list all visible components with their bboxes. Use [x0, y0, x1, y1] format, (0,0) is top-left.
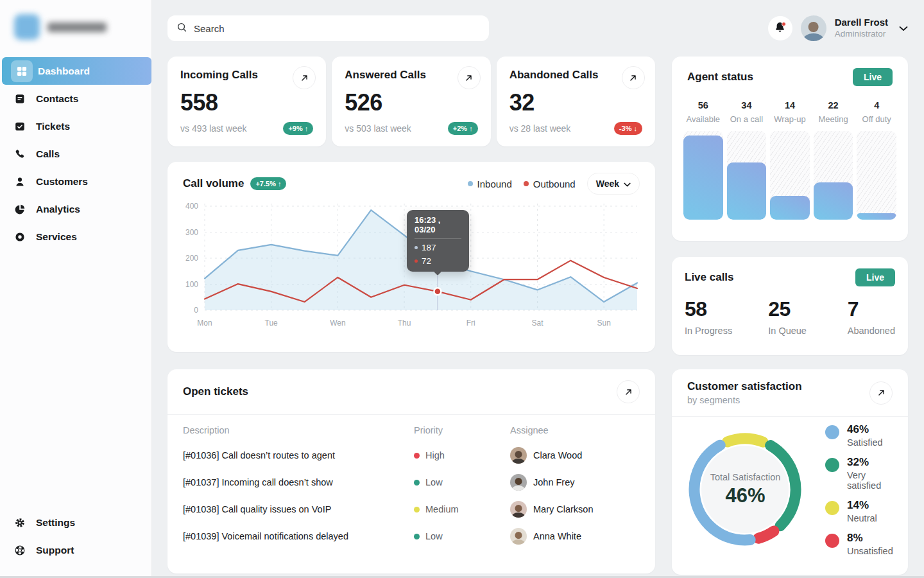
svg-text:Sun: Sun	[597, 319, 610, 328]
agent-status-column-off-duty: 4 Off duty	[857, 100, 896, 220]
agent-status-column-on-a-call: 34 On a call	[727, 100, 767, 220]
ticket-row[interactable]: [#01037] Incoming call doesn’t show Low …	[183, 469, 640, 496]
tooltip-outbound-value: 72	[422, 256, 431, 266]
legend-dot	[468, 181, 473, 186]
ticket-row[interactable]: [#01039] Voicemail notifications delayed…	[183, 523, 640, 550]
column-header-description: Description	[183, 425, 414, 435]
user-avatar[interactable]	[801, 15, 826, 41]
column-header-priority: Priority	[414, 425, 510, 435]
notifications-button[interactable]	[768, 16, 792, 40]
range-select-value: Week	[596, 179, 619, 189]
customer-satisfaction-subtitle: by segments	[687, 395, 802, 405]
live-stat: 58 In Progress	[685, 297, 768, 336]
donut-center-value: 46%	[725, 484, 765, 507]
sidebar-item-dashboard[interactable]: Dashboard	[2, 57, 151, 85]
satisfaction-legend-item: 46% Satisfied	[825, 423, 899, 448]
customer-satisfaction-body: Total Satisfaction 46% 46% Satisfied 32%…	[672, 417, 908, 556]
ticket-row[interactable]: [#01036] Call doesn’t routes to agent Hi…	[183, 442, 640, 469]
sidebar-item-analytics[interactable]: Analytics	[0, 195, 151, 223]
agent-status-label: Meeting	[814, 114, 853, 124]
table-body: [#01036] Call doesn’t routes to agent Hi…	[183, 442, 640, 550]
sidebar-item-label: Customers	[36, 176, 88, 188]
notification-dot	[782, 22, 786, 26]
brand-logo-text	[47, 22, 107, 32]
range-select[interactable]: Week	[587, 173, 640, 195]
agent-bar	[814, 182, 853, 220]
tickets-icon	[9, 116, 31, 137]
priority-dot	[414, 453, 420, 459]
segment-label: Unsatisfied	[847, 546, 893, 556]
open-tickets-card: Open tickets Description Priority Assign…	[167, 369, 655, 574]
customer-satisfaction-header: Customer satisfaction by segments	[672, 369, 908, 417]
kpi-trend-badge: +2% ↑	[448, 122, 478, 135]
live-stat-value: 58	[685, 297, 768, 321]
search-box[interactable]	[167, 15, 489, 41]
live-calls-card: Live calls Live 58 In Progress 25 In Que…	[672, 257, 908, 355]
agent-status-title: Agent status	[687, 71, 753, 83]
legend-item-inbound[interactable]: Inbound	[468, 179, 512, 189]
agent-bar-track	[857, 131, 896, 220]
live-stat: 7 Abandoned	[848, 297, 895, 336]
customer-satisfaction-expand-button[interactable]	[869, 381, 893, 405]
user-name: Darell Frost	[835, 17, 888, 29]
segment-label: Neutral	[847, 513, 877, 523]
dashboard-content: Incoming Calls 558 vs 493 last week +9% …	[167, 57, 908, 575]
live-calls-stats: 58 In Progress 25 In Queue 7 Abandoned	[685, 297, 895, 336]
sidebar-item-customers[interactable]: Customers	[0, 168, 151, 195]
agent-count: 4	[857, 100, 896, 110]
svg-text:Fri: Fri	[466, 319, 475, 328]
svg-text:0: 0	[194, 306, 198, 315]
kpi-expand-button[interactable]	[293, 66, 316, 89]
kpi-value: 558	[180, 89, 313, 116]
agent-status-label: Wrap-up	[770, 114, 810, 124]
kpi-expand-button[interactable]	[458, 66, 481, 89]
tooltip-inbound-dot	[415, 246, 418, 249]
satisfaction-legend-item: 14% Neutral	[825, 499, 899, 523]
user-meta: Darell Frost Administrator	[835, 17, 888, 40]
sidebar-item-label: Support	[36, 545, 74, 556]
sidebar-item-calls[interactable]: Calls	[0, 140, 151, 168]
user-menu-chevron-down-icon[interactable]	[899, 26, 908, 31]
topbar: Darell Frost Administrator	[167, 15, 908, 41]
agent-bar-track	[770, 131, 810, 220]
sidebar-item-tickets[interactable]: Tickets	[0, 112, 151, 140]
agent-status-bars: 56 Available 34 On a call 14 Wrap-up 22 …	[683, 100, 896, 220]
agent-bar-track	[727, 131, 767, 220]
sidebar-item-support[interactable]: Support	[0, 536, 151, 564]
agent-status-label: Available	[683, 114, 723, 124]
kpi-row: Incoming Calls 558 vs 493 last week +9% …	[167, 57, 655, 146]
agent-bar-track	[683, 131, 723, 220]
legend-dot	[825, 458, 839, 472]
open-tickets-table: Description Priority Assignee [#01036] C…	[167, 415, 655, 550]
svg-text:Thu: Thu	[398, 319, 411, 328]
kpi-card-abandoned-calls: Abandoned Calls 32 vs 28 last week -3% ↓	[497, 57, 655, 146]
legend-item-outbound[interactable]: Outbound	[524, 179, 576, 189]
sidebar-item-settings[interactable]: Settings	[0, 509, 151, 536]
ticket-priority: Low	[425, 531, 443, 541]
svg-text:300: 300	[185, 228, 198, 237]
open-tickets-expand-button[interactable]	[617, 380, 640, 403]
services-icon	[9, 226, 31, 248]
assignee-avatar	[510, 528, 527, 545]
assignee-avatar	[510, 474, 527, 491]
segment-value: 8%	[847, 532, 893, 545]
live-badge: Live	[853, 68, 893, 86]
ticket-description: [#01039] Voicemail notifications delayed	[183, 531, 414, 541]
svg-text:Sat: Sat	[531, 319, 543, 328]
sidebar-item-contacts[interactable]: Contacts	[0, 85, 151, 112]
live-stat-label: In Queue	[768, 326, 848, 336]
ticket-row[interactable]: [#01038] Call quality issues on VoIP Med…	[183, 496, 640, 523]
brand-logo	[0, 13, 151, 41]
kpi-card-answered-calls: Answered Calls 526 vs 503 last week +2% …	[332, 57, 490, 146]
kpi-expand-button[interactable]	[622, 66, 645, 89]
legend-dot	[825, 501, 839, 515]
agent-count: 34	[727, 100, 767, 110]
customers-icon	[9, 171, 31, 193]
search-input[interactable]	[194, 23, 480, 34]
ticket-priority: Medium	[425, 504, 459, 514]
live-badge: Live	[855, 268, 895, 286]
satisfaction-legend-item: 8% Unsatisfied	[825, 532, 899, 556]
segment-value: 32%	[847, 456, 899, 469]
sidebar-item-services[interactable]: Services	[0, 223, 151, 250]
agent-count: 14	[770, 100, 810, 110]
